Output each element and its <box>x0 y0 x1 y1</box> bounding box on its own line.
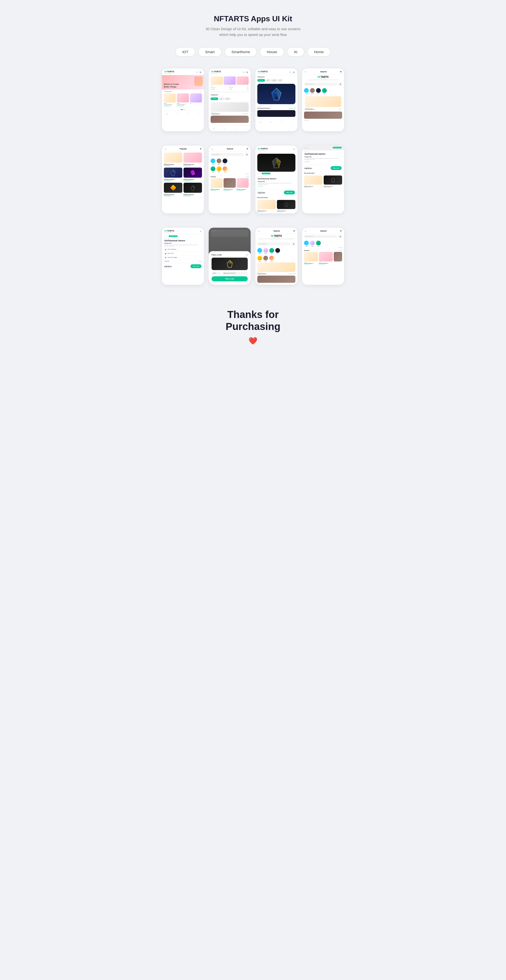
nav2-explore[interactable]: ◇ <box>223 127 225 130</box>
cat-author-2: Griffon Esters <box>211 123 249 124</box>
detail9-status: 8 item by Available to bid <box>164 235 201 238</box>
bottom-nav-2: ⌂ ◇ ☆ ○ <box>209 126 251 131</box>
av-name11-4: Atlas <box>275 253 280 254</box>
search-input[interactable]: 🔍 Search Any... <box>304 83 337 86</box>
pop12-2: Griffon SortVasional Awrers 0.05 ETH | $… <box>319 252 333 265</box>
browse-name: SortVasional Awrers <box>257 273 267 274</box>
place-bid-btn-2[interactable]: Place a bid <box>330 166 342 170</box>
link-eth-text[interactable]: View on Ethereum <box>168 249 176 250</box>
nav2-profile[interactable]: ○ <box>245 127 246 130</box>
search-input-2[interactable]: 🔍 Search Any... <box>211 153 244 156</box>
view-all-1[interactable]: View all <box>209 173 251 175</box>
screen-search-popular: ← Search ⚙ 🔍 Search Any... ⚙ Kristina Mo… <box>209 146 251 213</box>
nav3-home[interactable]: ⌂ <box>260 121 261 123</box>
pop-thumb-1 <box>164 153 182 162</box>
nav2-activity[interactable]: ☆ <box>234 127 236 130</box>
nav2-home[interactable]: ⌂ <box>213 127 214 130</box>
detail9-title: SortVasional Awrers <box>164 239 201 242</box>
search-input-11[interactable]: 🔍 Search Any... <box>257 242 291 245</box>
recommended-header-2: Recommended <box>302 171 344 175</box>
pop2-item-1: Griffon SortVasional Awrers 0.05 ETH | $… <box>211 178 223 191</box>
av12-name-2: Handel <box>310 246 315 247</box>
settings-icon-3[interactable]: ⚙ <box>292 71 295 73</box>
filter-btn-12[interactable]: ⚙ <box>338 235 342 239</box>
nav-home[interactable]: ⌂ <box>166 112 168 115</box>
settings-icon-2[interactable]: ⚙ <box>246 71 248 73</box>
link-meta-text[interactable]: View NTS metadata <box>168 257 177 258</box>
nav-explore[interactable]: ◇ <box>177 112 179 115</box>
tab-smart[interactable]: Smart <box>198 47 222 57</box>
settings-icon-6[interactable]: ⚙ <box>247 148 248 150</box>
av11b-1 <box>257 256 262 261</box>
nav3-activity[interactable]: ☆ <box>281 121 283 123</box>
tab-home[interactable]: Home <box>307 47 330 57</box>
pop2-price-3: 0.15 ETH | $ 68 <box>237 190 249 191</box>
search-input-12[interactable]: 🔍 Search Any... <box>304 235 337 238</box>
tab-ai[interactable]: AI <box>287 47 304 57</box>
search-logo-area: NFTARTS Previous enough Lorem ipsum dolo… <box>302 74 344 81</box>
see-details-link[interactable]: See Details <box>258 186 295 187</box>
tab-smarthome[interactable]: Smarthome <box>225 47 257 57</box>
filter-btn-11[interactable]: ⚙ <box>292 242 295 246</box>
chip-collectibles[interactable]: Collectibles <box>211 97 218 100</box>
bid-amount-9: 0.80 ETH <box>164 266 190 267</box>
modal-close-btn[interactable]: ✕ <box>246 253 248 256</box>
search-title-12: Search <box>320 230 327 232</box>
sort-icon[interactable]: ≡ <box>201 91 201 92</box>
view-all-12[interactable]: View all <box>302 247 344 248</box>
modal-place-bid-btn[interactable]: Place a bid <box>212 276 248 282</box>
chip-sports[interactable]: Sports <box>225 97 231 100</box>
see-all-12[interactable]: See all <box>339 250 342 251</box>
settings-icon-4[interactable]: ⚙ <box>340 71 342 73</box>
see-all-1[interactable]: See all <box>246 176 249 177</box>
chip-art[interactable]: Art <box>219 97 223 100</box>
search-icon-2[interactable]: ○ <box>243 71 245 73</box>
bid-see-details[interactable]: See Details <box>305 161 342 162</box>
av-name11b-2: Handel <box>263 261 268 262</box>
tab-house[interactable]: House <box>260 47 284 57</box>
rec2-item-1: Griffon SortVasional Awrers 5.18 ETH | $… <box>304 175 322 188</box>
filter-btn[interactable]: ⚙ <box>338 82 342 86</box>
chip2-collectibles[interactable]: Collectibles <box>257 79 265 82</box>
settings-icon-11[interactable]: ⚙ <box>293 230 295 232</box>
back-arrow-12[interactable]: ← <box>305 230 307 232</box>
eth-select[interactable]: ETH ▾ <box>212 272 221 275</box>
pop2-thumb-2 <box>223 178 236 188</box>
search-icon[interactable]: ○ <box>196 71 198 73</box>
modal-diamond-svg <box>227 260 233 268</box>
pop-item-1: Griffon SortVasional Awrers 0.05 ETH | $… <box>164 153 182 166</box>
settings-icon-12[interactable]: ⚙ <box>340 230 342 232</box>
cat-chips-2: Collectibles Art Sports Bu <box>255 78 297 83</box>
detail-content: Griffon Esten... SortVasional Awrers Pro… <box>255 175 297 189</box>
settings-icon[interactable]: ⚙ <box>199 71 201 73</box>
hero-name: SortVasional Awrers <box>257 108 270 109</box>
chip2-bu[interactable]: Bu <box>278 79 283 82</box>
link-nfts-text[interactable]: View on NTS <box>168 253 174 254</box>
nav-activity[interactable]: ☆ <box>187 112 189 115</box>
chip2-sports[interactable]: Sports <box>271 79 278 82</box>
screens-grid-row2: ← Popular ⚙ Griffon SortVasional Awrers … <box>162 146 344 213</box>
rec-thumb-1 <box>257 200 276 209</box>
close-icon-9[interactable]: ✕ <box>200 230 201 233</box>
settings-icon-5[interactable]: ⚙ <box>200 148 201 150</box>
back-arrow-1[interactable]: ← <box>305 70 307 73</box>
see-date[interactable]: See all <box>199 261 201 262</box>
chip2-art[interactable]: Art <box>266 79 270 82</box>
back-arrow-3[interactable]: ← <box>211 148 214 150</box>
nav-profile[interactable]: ○ <box>198 112 200 115</box>
nav3-profile[interactable]: ○ <box>292 121 293 123</box>
category-items: Griffon Esters SortVasional Awrers 0.05 … <box>209 101 251 126</box>
back-arrow-11[interactable]: ← <box>258 230 260 232</box>
detail-links-content: 8 item by Available to bid Griffon Esten… <box>162 234 204 260</box>
search-icon-3[interactable]: ○ <box>289 71 292 73</box>
place-bid-btn-9[interactable]: Place a bid <box>190 264 201 268</box>
back-arrow-2[interactable]: ← <box>164 148 167 150</box>
close-icon-7[interactable]: ✕ <box>293 148 295 151</box>
bid-value-input[interactable]: Minimum bid: 0.032 ETH <box>222 272 248 275</box>
nav3-explore[interactable]: ◇ <box>270 121 272 123</box>
tab-iot[interactable]: IOT <box>176 47 195 57</box>
filter-btn-2[interactable]: ⚙ <box>245 153 249 156</box>
bid-left: Current Bid 0.80 ETH <box>258 191 283 194</box>
av2-5 <box>217 166 221 171</box>
place-bid-btn[interactable]: Place a bid <box>284 191 295 194</box>
